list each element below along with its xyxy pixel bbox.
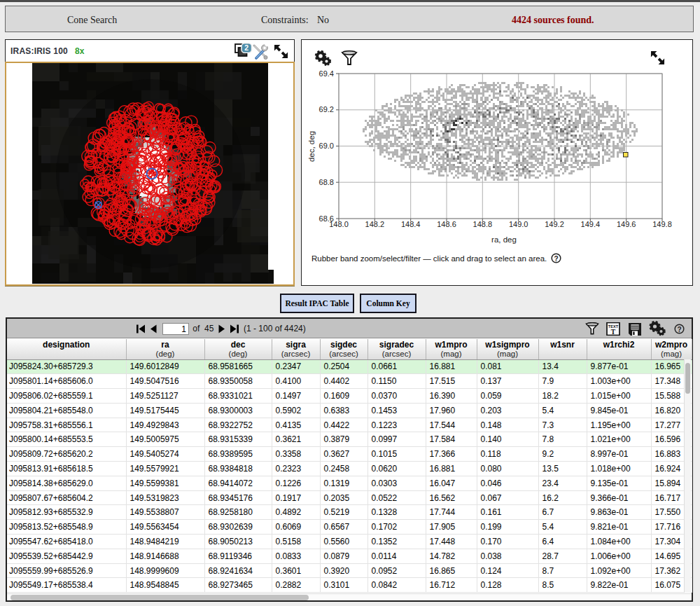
svg-text:?: ? [554, 255, 559, 263]
svg-text:69.4: 69.4 [319, 69, 334, 78]
svg-text:68.6: 68.6 [319, 214, 334, 223]
svg-text:148.8: 148.8 [473, 220, 493, 228]
svg-text:149.4: 149.4 [581, 220, 601, 228]
svg-text:148.4: 148.4 [401, 220, 421, 228]
svg-text:149.2: 149.2 [545, 220, 564, 228]
svg-text:T: T [611, 328, 616, 335]
svg-text:?: ? [677, 325, 681, 333]
svg-text:2: 2 [244, 43, 248, 52]
svg-text:149.8: 149.8 [652, 220, 672, 228]
svg-text:69.0: 69.0 [319, 142, 334, 150]
svg-text:148.2: 148.2 [365, 220, 385, 228]
svg-text:149.6: 149.6 [617, 220, 636, 228]
svg-text:ra, deg: ra, deg [491, 235, 517, 244]
svg-text:148.6: 148.6 [437, 220, 456, 228]
svg-text:149.0: 149.0 [509, 220, 528, 228]
svg-text:68.8: 68.8 [319, 178, 334, 186]
svg-text:69.2: 69.2 [319, 105, 334, 113]
svg-text:dec, deg: dec, deg [307, 131, 316, 162]
